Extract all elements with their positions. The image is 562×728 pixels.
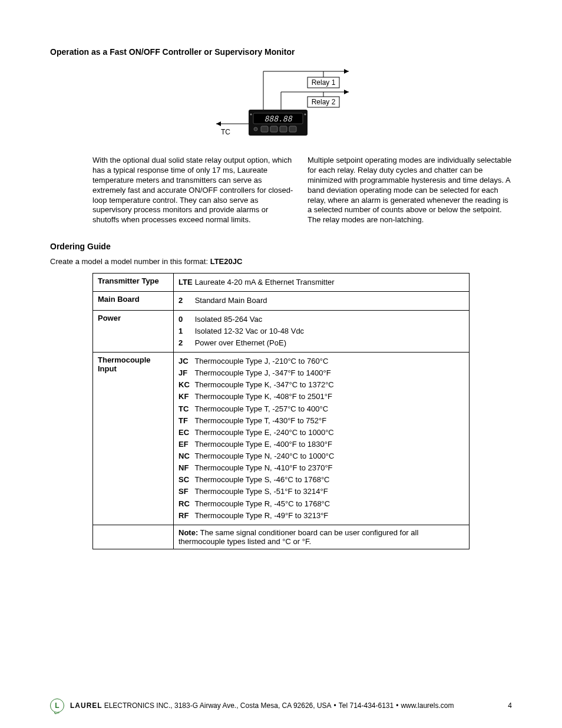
power-label: Power (93, 310, 174, 352)
opt-code: NF (178, 462, 193, 474)
opt-row: EC Thermocouple Type E, -240°C to 1000°C (178, 427, 464, 439)
opt-row: JC Thermocouple Type J, -210°C to 760°C (178, 355, 464, 367)
relay2-label: Relay 2 (312, 98, 336, 106)
opt-row: EF Thermocouple Type E, -400°F to 1830°F (178, 439, 464, 450)
opt-desc: Thermocouple Type K, -408°F to 2501°F (193, 392, 332, 401)
tc-label: TC (221, 128, 230, 136)
opt-desc: Thermocouple Type R, -45°C to 1768°C (193, 499, 330, 508)
opt-desc: Thermocouple Type S, -51°F to 3214°F (193, 487, 328, 496)
opt-code: TC (178, 403, 193, 415)
svg-point-7 (250, 114, 252, 116)
page-number: 4 (508, 701, 512, 710)
opt-row: KF Thermocouple Type K, -408°F to 2501°F (178, 391, 464, 403)
opt-desc: Thermocouple Type T, -430°F to 752°F (193, 416, 326, 425)
section2-heading: Ordering Guide (50, 242, 512, 251)
ordering-intro-model: LTE20JC (210, 257, 243, 266)
mainboard-options: 2 Standard Main Board (174, 292, 470, 310)
table-row: Power 0 Isolated 85-264 Vac 1 Isolated 1… (93, 310, 470, 352)
opt-desc: Thermocouple Type S, -46°C to 1768°C (193, 475, 330, 484)
table-row: Note: The same signal conditioner board … (93, 525, 470, 549)
brand-name: LAUREL (70, 701, 103, 710)
display-value: 888.88 (265, 114, 293, 123)
opt-row: KC Thermocouple Type K, -347°C to 1372°C (178, 379, 464, 391)
ordering-table: Transmitter Type LTE Laureate 4-20 mA & … (92, 273, 470, 549)
svg-marker-18 (344, 90, 349, 94)
opt-row: TC Thermocouple Type T, -257°C to 400°C (178, 403, 464, 415)
opt-code: 1 (178, 325, 193, 337)
opt-code: KF (178, 391, 193, 403)
table-row: Main Board 2 Standard Main Board (93, 292, 470, 310)
svg-rect-2 (261, 126, 268, 132)
power-options: 0 Isolated 85-264 Vac 1 Isolated 12-32 V… (174, 310, 470, 352)
bullet-icon: • (332, 701, 339, 710)
ordering-intro: Create a model a model number in this fo… (50, 257, 512, 266)
opt-row: JF Thermocouple Type J, -347°F to 1400°F (178, 367, 464, 379)
opt-code: 2 (178, 337, 193, 349)
opt-code: JF (178, 367, 193, 379)
opt-code: JC (178, 355, 193, 367)
opt-code: TF (178, 415, 193, 427)
svg-rect-3 (270, 126, 277, 132)
opt-desc: Isolated 12-32 Vac or 10-48 Vdc (195, 327, 305, 335)
footer-web: www.laurels.com (401, 701, 454, 710)
svg-marker-10 (216, 121, 221, 126)
note-label: Note: (178, 528, 198, 537)
opt-desc: Thermocouple Type E, -240°C to 1000°C (193, 428, 334, 437)
opt-desc: Thermocouple Type T, -257°C to 400°C (193, 404, 328, 413)
opt-code: 2 (178, 295, 193, 307)
opt-desc: Thermocouple Type E, -400°F to 1830°F (193, 440, 332, 449)
note-text: The same signal conditioner board can be… (178, 528, 418, 546)
ordering-intro-prefix: Create a model a model number in this fo… (50, 257, 210, 266)
opt-code: EC (178, 427, 193, 439)
controller-diagram: 888.88 TC Relay 1 Rel (50, 62, 512, 147)
page: Operation as a Fast ON/OFF Controller or… (0, 0, 562, 728)
opt-desc: Thermocouple Type N, -410°F to 2370°F (193, 463, 333, 472)
opt-code: KC (178, 379, 193, 391)
transmitter-type-label: Transmitter Type (93, 274, 174, 292)
mainboard-label: Main Board (93, 292, 174, 310)
opt-code: SF (178, 486, 193, 498)
footer-address: ELECTRONICS INC., 3183-G Airway Ave., Co… (104, 701, 332, 710)
transmitter-type-options: LTE Laureate 4-20 mA & Ethernet Transmit… (174, 274, 470, 292)
svg-point-8 (305, 114, 306, 116)
opt-desc: Laureate 4-20 mA & Ethernet Transmitter (195, 278, 335, 286)
opt-desc: Thermocouple Type J, -347°F to 1400°F (193, 368, 331, 377)
opt-row: RC Thermocouple Type R, -45°C to 1768°C (178, 498, 464, 510)
opt-code: LTE (178, 276, 193, 288)
opt-desc: Thermocouple Type N, -240°C to 1000°C (193, 452, 334, 460)
opt-desc: Thermocouple Type K, -347°C to 1372°C (193, 380, 334, 389)
opt-desc: Isolated 85-264 Vac (195, 315, 263, 324)
page-footer: L LAUREL ELECTRONICS INC., 3183-G Airway… (50, 699, 512, 713)
description-right: Multiple setpoint operating modes are in… (308, 156, 512, 225)
opt-row: RF Thermocouple Type R, -49°F to 3213°F (178, 510, 464, 522)
opt-row: TF Thermocouple Type T, -430°F to 752°F (178, 415, 464, 427)
thermo-label: Thermocouple Input (93, 352, 174, 525)
opt-code: NC (178, 450, 193, 462)
svg-rect-4 (280, 126, 287, 132)
thermo-options: JC Thermocouple Type J, -210°C to 760°CJ… (174, 352, 470, 525)
opt-row: NF Thermocouple Type N, -410°F to 2370°F (178, 462, 464, 474)
footer-tel: Tel 714-434-6131 (339, 701, 394, 710)
svg-point-6 (254, 127, 257, 131)
opt-code: RF (178, 510, 193, 522)
svg-marker-13 (344, 69, 349, 74)
bullet-icon: • (394, 701, 401, 710)
section1-heading: Operation as a Fast ON/OFF Controller or… (50, 47, 512, 57)
relay1-label: Relay 1 (312, 78, 336, 87)
table-row: Transmitter Type LTE Laureate 4-20 mA & … (93, 274, 470, 292)
description-columns: With the optional dual solid state relay… (92, 156, 512, 225)
opt-code: EF (178, 439, 193, 450)
description-left: With the optional dual solid state relay… (92, 156, 297, 225)
opt-desc: Thermocouple Type J, -210°C to 760°C (193, 357, 328, 365)
opt-code: 0 (178, 314, 193, 325)
table-row: Thermocouple Input JC Thermocouple Type … (93, 352, 470, 525)
opt-code: SC (178, 474, 193, 486)
svg-rect-5 (289, 126, 296, 132)
opt-row: NC Thermocouple Type N, -240°C to 1000°C (178, 450, 464, 462)
opt-row: SF Thermocouple Type S, -51°F to 3214°F (178, 486, 464, 498)
thermo-note: Note: The same signal conditioner board … (174, 525, 470, 549)
opt-desc: Thermocouple Type R, -49°F to 3213°F (193, 511, 328, 520)
opt-code: RC (178, 498, 193, 510)
opt-desc: Power over Ethernet (PoE) (195, 338, 286, 347)
brand-logo-icon: L (50, 699, 64, 713)
